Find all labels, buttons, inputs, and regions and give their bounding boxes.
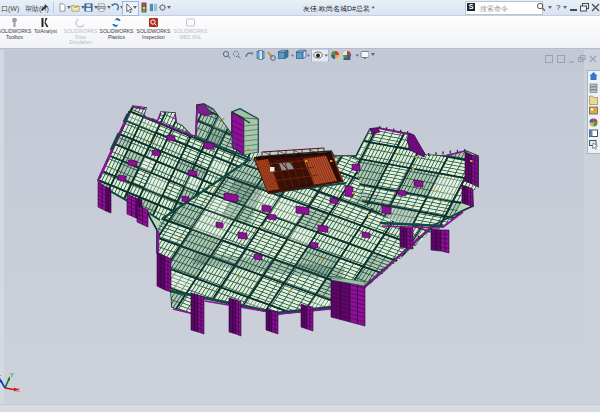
- svg-text:Y: Y: [10, 372, 14, 378]
- svg-text:Z: Z: [0, 374, 1, 380]
- svg-text:X: X: [16, 387, 20, 393]
